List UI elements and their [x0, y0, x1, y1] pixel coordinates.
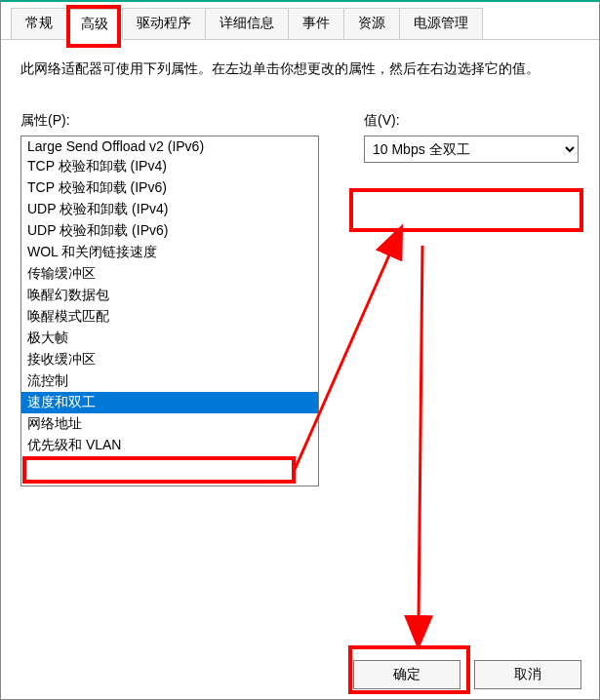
tab-advanced[interactable]: 高级 — [66, 9, 123, 40]
property-item[interactable]: 唤醒模式匹配 — [21, 306, 318, 328]
property-item[interactable]: 唤醒幻数据包 — [21, 285, 318, 306]
property-item[interactable]: 极大帧 — [21, 328, 318, 349]
value-label: 值(V): — [364, 112, 580, 130]
tab-general[interactable]: 常规 — [11, 8, 67, 39]
ok-button[interactable]: 确定 — [353, 660, 460, 689]
property-item[interactable]: 优先级和 VLAN — [21, 435, 318, 456]
settings-row: 属性(P): Large Send Offload v2 (IPv6)TCP 校… — [20, 112, 580, 486]
tab-panel-advanced: 此网络适配器可使用下列属性。在左边单击你想更改的属性，然后在右边选择它的值。 属… — [1, 40, 599, 664]
property-item[interactable]: 网络地址 — [21, 413, 318, 435]
property-item[interactable]: WOL 和关闭链接速度 — [21, 242, 318, 263]
tab-power[interactable]: 电源管理 — [399, 8, 483, 39]
property-item[interactable]: 流控制 — [21, 370, 318, 392]
value-select-wrap: 10 Mbps 全双工 — [364, 136, 579, 163]
property-column: 属性(P): Large Send Offload v2 (IPv6)TCP 校… — [20, 112, 333, 486]
property-label: 属性(P): — [20, 112, 333, 130]
property-item[interactable]: Large Send Offload v2 (IPv6) — [21, 136, 318, 156]
property-item[interactable]: 速度和双工 — [21, 392, 318, 413]
value-select[interactable]: 10 Mbps 全双工 — [364, 136, 579, 163]
property-listbox[interactable]: Large Send Offload v2 (IPv6)TCP 校验和卸载 (I… — [20, 136, 319, 486]
property-item[interactable]: 传输缓冲区 — [21, 263, 318, 285]
tab-resources[interactable]: 资源 — [343, 8, 400, 39]
tab-strip: 常规 高级 驱动程序 详细信息 事件 资源 电源管理 — [1, 2, 599, 40]
tab-driver[interactable]: 驱动程序 — [122, 8, 206, 39]
property-item[interactable]: TCP 校验和卸载 (IPv6) — [21, 177, 318, 199]
property-item[interactable]: UDP 校验和卸载 (IPv4) — [21, 199, 318, 220]
description-text: 此网络适配器可使用下列属性。在左边单击你想更改的属性，然后在右边选择它的值。 — [20, 58, 580, 81]
tab-details[interactable]: 详细信息 — [205, 8, 289, 39]
property-item[interactable]: 接收缓冲区 — [21, 349, 318, 370]
properties-dialog: 常规 高级 驱动程序 详细信息 事件 资源 电源管理 此网络适配器可使用下列属性… — [0, 0, 600, 700]
value-column: 值(V): 10 Mbps 全双工 — [333, 112, 580, 486]
cancel-button[interactable]: 取消 — [474, 660, 581, 689]
dialog-buttons: 确定 取消 — [353, 660, 581, 689]
property-item[interactable]: TCP 校验和卸载 (IPv4) — [21, 156, 318, 177]
property-item[interactable]: UDP 校验和卸载 (IPv6) — [21, 220, 318, 242]
tab-events[interactable]: 事件 — [288, 8, 344, 39]
